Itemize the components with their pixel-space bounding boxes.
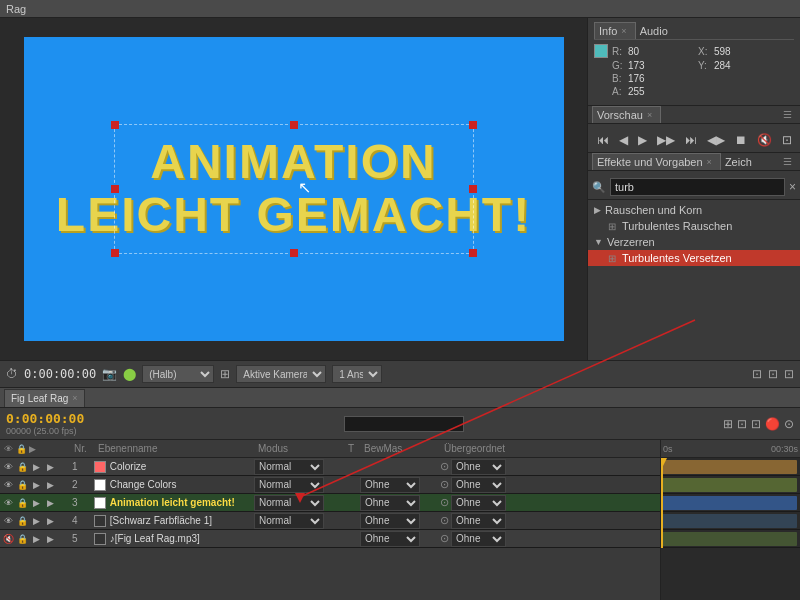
comp-tab-close[interactable]: × (72, 393, 77, 403)
selection-box (114, 124, 474, 254)
layer-modus-select[interactable]: Normal (254, 513, 324, 529)
tab-audio[interactable]: Audio (636, 23, 676, 39)
tc-icon-time[interactable]: ⏱ (6, 367, 18, 381)
expand-icon[interactable]: ▶ (44, 533, 56, 545)
layer-modus-select[interactable]: Normal (254, 495, 324, 511)
tc-icon-camera[interactable]: 📷 (102, 367, 117, 381)
layer-modus-cell: Normal (254, 513, 344, 529)
tc-view-select[interactable]: 1 Ans... (332, 365, 382, 383)
layer-ueber-select[interactable]: Ohne (451, 459, 506, 475)
canvas-area: ANIMATION LEICHT GEMACHT! ↖ (0, 18, 588, 360)
expand-icon[interactable]: ▶ (44, 497, 56, 509)
tc-icon-3[interactable]: ⊡ (784, 367, 794, 381)
layer-ueber-select[interactable]: Ohne (451, 513, 506, 529)
layer-row[interactable]: 🔇 🔒 ▶ ▶ 5 ♪[Fig Leaf Rag.mp3] Ohne ⊙ Ohn… (0, 530, 660, 548)
lc-icon-4[interactable]: 🔴 (765, 417, 780, 431)
tc-icon-1[interactable]: ⊡ (752, 367, 762, 381)
eye-icon[interactable]: 👁 (2, 497, 14, 509)
layer-ueber-select[interactable]: Ohne (451, 495, 506, 511)
eye-icon[interactable]: 🔇 (2, 533, 14, 545)
playhead[interactable] (661, 458, 663, 548)
vorschau-skip-end[interactable]: ⏭ (682, 132, 700, 148)
layer-modus-select[interactable]: Normal (254, 477, 324, 493)
tc-icon-2[interactable]: ⊡ (768, 367, 778, 381)
layer-ueber-select[interactable]: Ohne (451, 477, 506, 493)
handle-bc (290, 249, 298, 257)
vorschau-skip-start[interactable]: ⏮ (594, 132, 612, 148)
vorschau-stop[interactable]: ⏹ (732, 132, 750, 148)
expand-icon[interactable]: ▶ (44, 479, 56, 491)
layer-modus-select[interactable]: Normal (254, 459, 324, 475)
category-verzerren-label: Verzerren (607, 236, 655, 248)
vorschau-play[interactable]: ▶ (635, 132, 650, 148)
tab-vorschau-close[interactable]: × (647, 110, 652, 120)
tab-vorschau[interactable]: Vorschau × (592, 106, 661, 123)
solo-icon[interactable]: ▶ (30, 533, 42, 545)
layer-row[interactable]: 👁 🔒 ▶ ▶ 3 Animation leicht gemacht! Norm… (0, 494, 660, 512)
layer-ueber-select[interactable]: Ohne (451, 531, 506, 547)
eye-icon[interactable]: 👁 (2, 515, 14, 527)
solo-icon[interactable]: ▶ (30, 515, 42, 527)
lh-t: T (344, 443, 360, 454)
info-color-box (594, 44, 608, 58)
lock-icon[interactable]: 🔒 (16, 461, 28, 473)
vorschau-fullscreen[interactable]: ⊡ (779, 132, 795, 148)
lc-icon-5[interactable]: ⊙ (784, 417, 794, 431)
expand-icon[interactable]: ▶ (44, 461, 56, 473)
right-panel: Info × Audio R: 80 X: 598 (588, 18, 800, 360)
layer-row[interactable]: 👁 🔒 ▶ ▶ 2 Change Colors Normal Ohne ⊙ Oh… (0, 476, 660, 494)
layer-bewmas-select[interactable]: Ohne (360, 513, 420, 529)
handle-tl (111, 121, 119, 129)
effect-turbulentes-rauschen[interactable]: ⊞ Turbulentes Rauschen (588, 218, 800, 234)
vorschau-loop[interactable]: ◀▶ (704, 132, 728, 148)
layer-modus-cell: Normal (254, 495, 344, 511)
layer-bewmas-select[interactable]: Ohne (360, 495, 420, 511)
tab-zeich[interactable]: Zeich (721, 154, 760, 170)
layer-swatch (94, 497, 106, 509)
tab-effekte[interactable]: Effekte und Vorgaben × (592, 153, 721, 170)
lock-icon[interactable]: 🔒 (16, 479, 28, 491)
tc-kamera-select[interactable]: Aktive Kamera (236, 365, 326, 383)
lc-icon-2[interactable]: ⊡ (737, 417, 747, 431)
eye-icon[interactable]: 👁 (2, 461, 14, 473)
tab-effekte-close[interactable]: × (707, 157, 712, 167)
vorschau-next-frame[interactable]: ▶▶ (654, 132, 678, 148)
lh-nr: Nr. (70, 443, 94, 454)
search-input[interactable] (610, 178, 785, 196)
tc-icon-color[interactable]: ⬤ (123, 367, 136, 381)
layer-bewmas-select[interactable]: Ohne (360, 531, 420, 547)
solo-icon[interactable]: ▶ (30, 461, 42, 473)
tab-info[interactable]: Info × (594, 22, 636, 39)
eye-icon[interactable]: 👁 (2, 479, 14, 491)
lock-icon[interactable]: 🔒 (16, 533, 28, 545)
effekte-menu[interactable]: ☰ (783, 156, 796, 167)
vorschau-menu[interactable]: ☰ (783, 109, 796, 120)
effekte-list: ▶ Rauschen und Korn ⊞ Turbulentes Rausch… (588, 200, 800, 360)
expand-icon[interactable]: ▶ (44, 515, 56, 527)
vorschau-mute[interactable]: 🔇 (754, 132, 775, 148)
vorschau-prev-frame[interactable]: ◀ (616, 132, 631, 148)
lc-icon-1[interactable]: ⊞ (723, 417, 733, 431)
lock-icon[interactable]: 🔒 (16, 497, 28, 509)
vorschau-panel: Vorschau × ☰ ⏮ ◀ ▶ ▶▶ ⏭ ◀▶ ⏹ 🔇 ⊡ (588, 106, 800, 153)
layer-search-input[interactable] (344, 416, 464, 432)
layer-row[interactable]: 👁 🔒 ▶ ▶ 1 Colorize Normal ⊙ Ohne (0, 458, 660, 476)
effect-turbulentes-versetzen[interactable]: ⊞ Turbulentes Versetzen (588, 250, 800, 266)
ruler-mark-30s: 00:30s (771, 444, 798, 454)
timeline-bars (661, 458, 800, 548)
layer-row[interactable]: 👁 🔒 ▶ ▶ 4 [Schwarz Farbfläche 1] Normal … (0, 512, 660, 530)
search-clear[interactable]: × (789, 180, 796, 194)
layer-ueber-cell: ⊙ Ohne (440, 459, 520, 475)
solo-icon[interactable]: ▶ (30, 497, 42, 509)
timeline-bar (661, 476, 800, 494)
tc-icon-grid[interactable]: ⊞ (220, 367, 230, 381)
tab-info-close[interactable]: × (621, 26, 626, 36)
solo-icon[interactable]: ▶ (30, 479, 42, 491)
lc-icon-3[interactable]: ⊡ (751, 417, 761, 431)
lock-icon[interactable]: 🔒 (16, 515, 28, 527)
comp-tab-figleaf[interactable]: Fig Leaf Rag × (4, 389, 85, 407)
layer-swatch (94, 515, 106, 527)
tc-half-select[interactable]: (Halb) Voll Ein Viertel (142, 365, 214, 383)
timeline-right: 0s 00:30s (660, 440, 800, 600)
layer-bewmas-select[interactable]: Ohne (360, 477, 420, 493)
